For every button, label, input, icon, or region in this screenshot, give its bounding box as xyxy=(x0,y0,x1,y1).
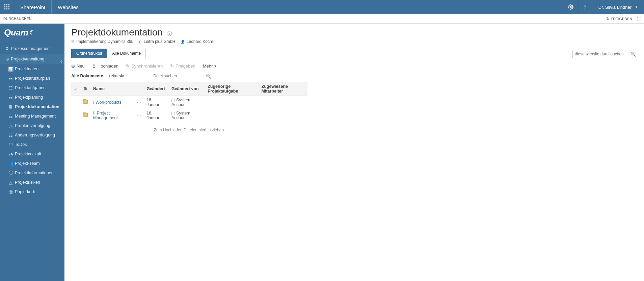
ribbon-bar: DURCHSUCHEN ↻ FREIGEBEN ⛶ xyxy=(0,14,644,24)
nav-projektinformationen[interactable]: ⓘProjektinformationen xyxy=(0,168,64,178)
view-rekursiv[interactable]: rekursiv xyxy=(109,74,124,78)
col-type-icon: 🗎 xyxy=(80,82,90,96)
file-search-input[interactable] xyxy=(151,72,206,80)
upload-button[interactable]: ↥Hochladen xyxy=(92,63,118,69)
breadcrumb-company[interactable]: Lintra plus GmbH xyxy=(144,39,175,44)
user-box-icon xyxy=(171,112,175,115)
table-row[interactable]: I Workproducts ⋯ 16. Januar System Accou… xyxy=(71,96,307,109)
moon-icon: ☾ xyxy=(29,29,34,36)
doc-icon: 🗎 xyxy=(7,104,15,109)
view-more-icon[interactable]: ⋯ xyxy=(130,73,135,79)
list-icon: ☰ xyxy=(71,40,74,44)
view-alle-dokumente[interactable]: Alle Dokumente xyxy=(71,74,103,78)
svg-rect-3 xyxy=(4,6,5,7)
file-icon: 🗎 xyxy=(83,86,88,91)
item-modified-by: System Account xyxy=(169,96,205,109)
globe-icon: ⊕ xyxy=(3,56,11,61)
nav-todos[interactable]: ☐ToDos xyxy=(0,140,64,149)
item-modified-by: System Account xyxy=(169,109,205,122)
nav-meeting-management[interactable]: ☷Meeting Management xyxy=(0,111,64,121)
file-search-button[interactable]: 🔍 xyxy=(206,72,211,80)
svg-rect-1 xyxy=(6,4,7,5)
nav-projektaufgaben[interactable]: ☷Projektaufgaben xyxy=(0,83,64,93)
tab-alle-dokumente[interactable]: Alle Dokumente xyxy=(107,49,146,58)
document-library-table: ✓ 🗎 Name Geändert Geändert von Zugehörig… xyxy=(71,82,307,122)
nav-projektdokumentation[interactable]: 🗎Projektdokumentation xyxy=(0,102,64,111)
col-task[interactable]: Zugehörige Projektaufgabe xyxy=(205,82,259,96)
gear-icon: ⚙ xyxy=(3,46,11,51)
col-check[interactable]: ✓ xyxy=(71,82,80,96)
suite-brand: SharePoint xyxy=(14,0,52,14)
new-button[interactable]: ⊕Neu xyxy=(71,63,85,69)
row-menu-icon[interactable]: ⋯ xyxy=(134,96,144,109)
col-modified-by[interactable]: Geändert von xyxy=(169,82,205,96)
site-search-input[interactable] xyxy=(573,50,629,58)
row-menu-icon[interactable]: ⋯ xyxy=(134,109,144,122)
file-search[interactable]: 🔍 xyxy=(151,72,202,80)
drop-hint: Zum Hochladen Dateien hierhin ziehen. xyxy=(71,128,307,132)
breadcrumb: ☰ Implementierung Dynamics 365 ◧ Lintra … xyxy=(71,39,637,44)
sync-action[interactable]: ↻ FREIGEBEN xyxy=(606,17,632,21)
item-modified: 16. Januar xyxy=(144,96,169,109)
chevron-down-icon: ▼ xyxy=(214,65,217,68)
more-button[interactable]: Mehr ▼ xyxy=(203,63,217,69)
breadcrumb-project[interactable]: Implementierung Dynamics 365 xyxy=(76,39,133,44)
trash-icon: 🗑 xyxy=(7,189,15,195)
sync-button: ↻Synchronisieren xyxy=(126,63,163,69)
change-icon: ☷ xyxy=(7,133,15,138)
info-icon: ⓘ xyxy=(7,170,15,176)
warning-icon: △ xyxy=(7,123,15,128)
svg-rect-5 xyxy=(8,6,9,7)
nav-problemverfolgung[interactable]: △Problemverfolgung xyxy=(0,121,64,130)
svg-rect-4 xyxy=(6,6,7,7)
nav-aenderungsverfolgung[interactable]: ☷Änderungsverfolgung xyxy=(0,130,64,140)
folder-icon xyxy=(83,113,88,117)
collapse-nav-icon[interactable]: ‹ xyxy=(60,57,62,65)
user-menu[interactable]: Dr. Silvia Lindner ▼ xyxy=(592,0,644,14)
site-logo[interactable]: Quam☾ xyxy=(0,24,64,41)
tasks-icon: ☷ xyxy=(7,85,15,91)
svg-point-9 xyxy=(570,6,571,8)
site-search-button[interactable]: 🔍 xyxy=(629,50,637,58)
col-name[interactable]: Name xyxy=(90,82,134,96)
view-tabs: Ordnerstruktur Alle Dokumente xyxy=(71,49,637,58)
nav-papierkorb[interactable]: 🗑Papierkorb xyxy=(0,187,64,197)
focus-action[interactable]: ⛶ xyxy=(637,17,641,21)
main-content: 🔍 Projektdokumentation ⓘ ☰ Implementieru… xyxy=(64,24,644,281)
share-button: ↻Freigeben xyxy=(170,63,195,69)
item-name-link[interactable]: II Project Management xyxy=(93,111,118,120)
svg-rect-2 xyxy=(8,4,9,5)
focus-icon: ⛶ xyxy=(637,17,641,21)
nav-projekt-team[interactable]: 👥Projekt-Team xyxy=(0,159,64,168)
app-launcher-button[interactable] xyxy=(0,0,14,14)
item-name-link[interactable]: I Workproducts xyxy=(93,100,122,105)
nav-projektstrukturplan[interactable]: ☷Projektstrukturplan xyxy=(0,74,64,83)
nav-projektplanung[interactable]: ☷Projektplanung xyxy=(0,93,64,102)
nav-projektverwaltung[interactable]: ⊕ Projektverwaltung xyxy=(0,54,64,64)
settings-gear-icon[interactable] xyxy=(564,0,578,14)
upload-icon: ↥ xyxy=(92,63,96,69)
filter-bar: Alle Dokumente rekursiv ⋯ 🔍 xyxy=(71,72,637,80)
nav-projektcockpit[interactable]: ◔Projektcockpit xyxy=(0,149,64,159)
svg-rect-8 xyxy=(8,8,9,9)
table-row[interactable]: II Project Management ⋯ 16. Januar Syste… xyxy=(71,109,307,122)
site-search[interactable]: 🔍 xyxy=(572,50,637,58)
breadcrumb-person[interactable]: Leonard Köchli xyxy=(187,39,214,44)
col-modified[interactable]: Geändert xyxy=(144,82,169,96)
col-assigned[interactable]: Zugewiesene Mitarbeiter xyxy=(259,82,308,96)
nav-projektdaten[interactable]: 📊Projektdaten xyxy=(0,64,64,74)
nav-prozessmanagement[interactable]: ⚙ Prozessmanagement xyxy=(0,43,64,54)
user-name: Dr. Silvia Lindner xyxy=(598,5,632,10)
svg-rect-0 xyxy=(4,4,5,5)
suite-sites-link[interactable]: Websites xyxy=(52,0,84,14)
help-icon[interactable]: ? xyxy=(578,0,592,14)
user-box-icon xyxy=(171,99,175,102)
ribbon-tab-browse[interactable]: DURCHSUCHEN xyxy=(3,17,32,21)
tab-ordnerstruktur[interactable]: Ordnerstruktur xyxy=(71,49,107,58)
library-toolbar: ⊕Neu ↥Hochladen ↻Synchronisieren ↻Freige… xyxy=(71,63,637,69)
item-modified: 16. Januar xyxy=(144,109,169,122)
dashboard-icon: ◔ xyxy=(7,152,15,157)
title-info-icon[interactable]: ⓘ xyxy=(167,31,172,36)
tree-icon: ☷ xyxy=(7,76,15,81)
nav-projektrisiken[interactable]: △Projektrisiken xyxy=(0,178,64,187)
